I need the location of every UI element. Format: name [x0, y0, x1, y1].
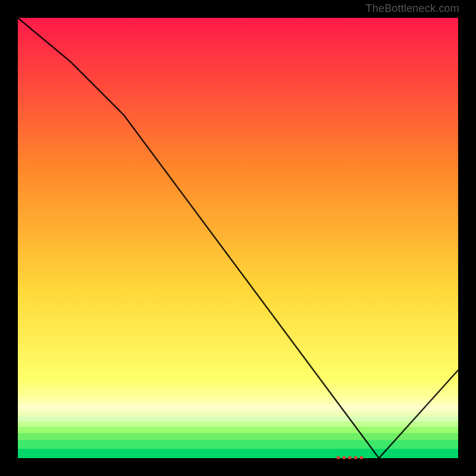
plot-frame: ■ ■ ■ ■ ■	[17, 17, 459, 459]
marker-label: ■ ■ ■ ■ ■	[336, 454, 364, 461]
watermark-text: TheBottleneck.com	[366, 2, 459, 15]
series-line	[18, 18, 458, 458]
